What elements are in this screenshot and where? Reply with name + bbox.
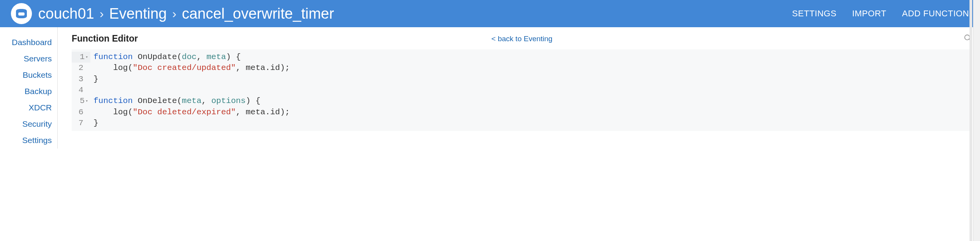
page-scrollbar[interactable] [973, 0, 980, 148]
sidebar: Dashboard Servers Buckets Backup XDCR Se… [0, 27, 58, 148]
code-editor[interactable]: 1▾function OnUpdate(doc, meta) {2 log("D… [72, 49, 972, 131]
line-number: 2 [72, 63, 90, 73]
code-line[interactable]: 5▾function OnDelete(meta, options) { [72, 96, 972, 107]
code-line[interactable]: 3} [72, 74, 972, 85]
breadcrumb-node[interactable]: couch01 [38, 5, 94, 22]
line-number: 5▾ [72, 96, 90, 107]
content-header: Function Editor < back to Eventing [72, 33, 972, 44]
line-number: 3 [72, 74, 90, 85]
code-content[interactable]: log("Doc created/updated", meta.id); [90, 63, 290, 73]
code-content[interactable]: } [90, 118, 99, 129]
svg-point-1 [965, 35, 970, 40]
header-left: couch01 › Eventing › cancel_overwrite_ti… [11, 3, 334, 24]
line-number: 6 [72, 107, 90, 118]
content-area: Function Editor < back to Eventing 1▾fun… [58, 27, 980, 148]
fold-marker-icon[interactable]: ▾ [85, 54, 88, 60]
chevron-right-icon: › [100, 7, 104, 21]
line-number: 7 [72, 118, 90, 129]
code-content[interactable]: function OnDelete(meta, options) { [90, 96, 261, 107]
code-line[interactable]: 1▾function OnUpdate(doc, meta) { [72, 52, 972, 63]
breadcrumb: couch01 › Eventing › cancel_overwrite_ti… [38, 5, 334, 22]
settings-button[interactable]: SETTINGS [792, 9, 837, 19]
sidebar-item-servers[interactable]: Servers [0, 51, 57, 67]
code-line[interactable]: 4 [72, 85, 972, 96]
line-number: 1▾ [72, 52, 90, 63]
page-title: Function Editor [72, 33, 138, 44]
back-to-eventing-link[interactable]: < back to Eventing [492, 35, 553, 43]
sidebar-item-dashboard[interactable]: Dashboard [0, 34, 57, 51]
svg-rect-0 [18, 12, 25, 16]
code-content[interactable] [90, 85, 93, 96]
import-button[interactable]: IMPORT [852, 9, 887, 19]
sidebar-item-backup[interactable]: Backup [0, 83, 57, 100]
code-content[interactable]: } [90, 74, 99, 85]
couchbase-logo-icon[interactable] [11, 3, 32, 24]
code-line[interactable]: 6 log("Doc deleted/expired", meta.id); [72, 107, 972, 118]
fold-marker-icon[interactable]: ▾ [85, 98, 88, 104]
breadcrumb-current: cancel_overwrite_timer [182, 5, 334, 22]
sidebar-item-settings[interactable]: Settings [0, 132, 57, 148]
add-function-button[interactable]: ADD FUNCTION [902, 9, 969, 19]
header-actions: SETTINGS IMPORT ADD FUNCTION [792, 9, 969, 19]
code-line[interactable]: 2 log("Doc created/updated", meta.id); [72, 63, 972, 73]
code-content[interactable]: log("Doc deleted/expired", meta.id); [90, 107, 290, 118]
chevron-right-icon: › [172, 7, 176, 21]
main-layout: Dashboard Servers Buckets Backup XDCR Se… [0, 27, 980, 148]
header-bar: couch01 › Eventing › cancel_overwrite_ti… [0, 0, 980, 27]
sidebar-item-security[interactable]: Security [0, 116, 57, 132]
code-line[interactable]: 7} [72, 118, 972, 129]
inner-scrollbar[interactable] [969, 0, 972, 148]
line-number: 4 [72, 85, 90, 96]
sidebar-item-buckets[interactable]: Buckets [0, 67, 57, 83]
breadcrumb-section[interactable]: Eventing [109, 5, 167, 22]
code-content[interactable]: function OnUpdate(doc, meta) { [90, 52, 241, 63]
sidebar-item-xdcr[interactable]: XDCR [0, 100, 57, 116]
